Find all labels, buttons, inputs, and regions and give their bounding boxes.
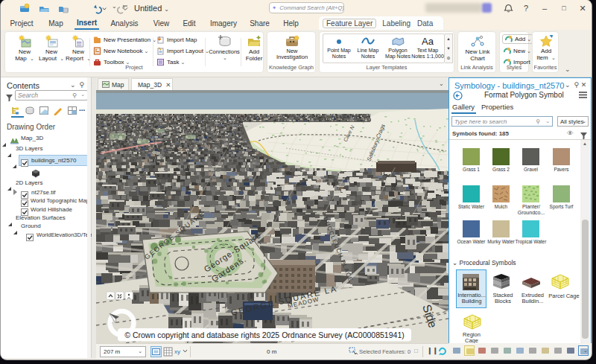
svg-text:xy: xy xyxy=(174,348,180,355)
svg-text:© Crown copyright and database: © Crown copyright and database rights 20… xyxy=(124,331,404,339)
svg-text:Aa: Aa xyxy=(422,36,434,46)
